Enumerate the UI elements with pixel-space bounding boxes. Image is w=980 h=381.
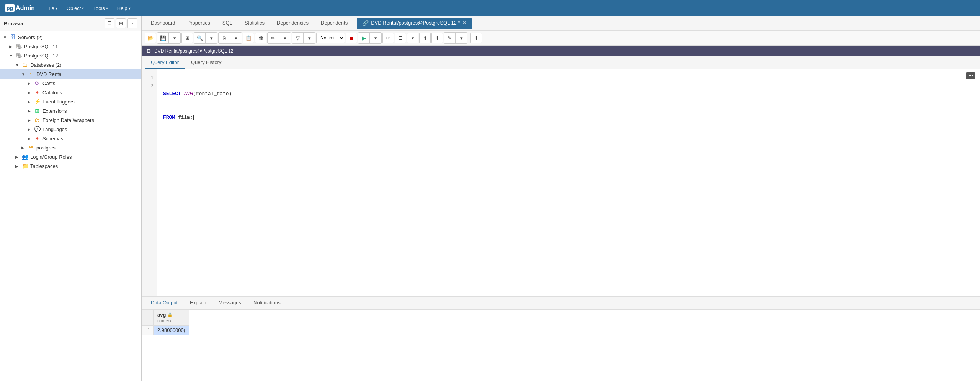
- delete-button[interactable]: 🗑: [255, 33, 266, 43]
- save-button[interactable]: 💾: [157, 33, 169, 43]
- pg11-icon: 🐘: [15, 43, 22, 50]
- tree-item-fdw[interactable]: ▶ 🗂 Foreign Data Wrappers: [0, 115, 141, 125]
- tab-statistics[interactable]: Statistics: [238, 17, 271, 30]
- tree-label-postgres-db: postgres: [36, 145, 56, 151]
- close-query-tab-button[interactable]: ✕: [462, 20, 466, 26]
- list-view-button[interactable]: ☰: [105, 18, 114, 28]
- limit-select[interactable]: No limit 1000 500 100: [316, 33, 345, 43]
- navbar: pg Admin File ▾ Object ▾ Tools ▾ Help ▾: [0, 0, 980, 16]
- tree-label-casts: Casts: [42, 80, 55, 86]
- tree-item-languages[interactable]: ▶ 💬 Languages: [0, 125, 141, 134]
- explain-analyze-button[interactable]: ☰: [395, 33, 406, 43]
- file-menu[interactable]: File ▾: [42, 4, 61, 13]
- expand-arrow-icon: ▼: [3, 35, 9, 39]
- filter-button[interactable]: ⋯: [127, 18, 137, 28]
- row-num-header: [142, 310, 154, 326]
- code-editor[interactable]: SELECT AVG(rental_rate) FROM film;: [157, 69, 980, 296]
- tree-item-catalogs[interactable]: ▶ ✦ Catalogs: [0, 88, 141, 97]
- search-button[interactable]: 🔍: [194, 33, 206, 43]
- tab-query-editor[interactable]: Query Editor: [145, 56, 185, 69]
- server-icon: 🗄: [9, 34, 16, 41]
- tab-query[interactable]: 🔗 DVD Rental/postgres@PostgreSQL 12 * ✕: [357, 18, 471, 29]
- connection-label: DVD Rental/postgres@PostgreSQL 12: [154, 48, 234, 54]
- download-button[interactable]: ⬇: [470, 33, 482, 43]
- avg-value-cell[interactable]: 2.98000000(: [154, 326, 189, 335]
- explain-dropdown-button[interactable]: ▾: [407, 33, 418, 43]
- tools-menu[interactable]: Tools ▾: [89, 4, 111, 13]
- tree-item-casts[interactable]: ▶ ⟳ Casts: [0, 79, 141, 88]
- filter-button-group: ▽ ▾: [292, 32, 315, 44]
- tree-item-tablespaces[interactable]: ▶ 📁 Tablespaces: [0, 161, 141, 171]
- tree-item-extensions[interactable]: ▶ ⊞ Extensions: [0, 106, 141, 115]
- tab-dependencies[interactable]: Dependencies: [271, 17, 315, 30]
- editor-options-button[interactable]: •••: [966, 72, 975, 79]
- tab-dashboard[interactable]: Dashboard: [145, 17, 181, 30]
- explain-button[interactable]: ☞: [382, 33, 394, 43]
- object-menu[interactable]: Object ▾: [63, 4, 88, 13]
- admin-text: Admin: [16, 5, 35, 11]
- tab-dependents[interactable]: Dependents: [315, 17, 354, 30]
- tree-item-servers[interactable]: ▼ 🗄 Servers (2): [0, 33, 141, 42]
- macros-button[interactable]: ✎: [444, 33, 456, 43]
- expand-arrow-icon: ▶: [15, 164, 21, 168]
- tab-properties[interactable]: Properties: [181, 17, 216, 30]
- tree-item-dvd-rental[interactable]: ▼ 🗃 DVD Rental: [0, 69, 141, 79]
- tree-label-catalogs: Catalogs: [42, 90, 62, 95]
- expand-arrow-icon: ▼: [21, 72, 28, 76]
- tab-explain[interactable]: Explain: [184, 297, 212, 309]
- tree-item-schemas[interactable]: ▶ ✦ Schemas: [0, 134, 141, 143]
- expand-arrow-icon: ▶: [15, 155, 21, 159]
- tab-messages[interactable]: Messages: [212, 297, 247, 309]
- sidebar-header: Browser ☰ ⊞ ⋯: [0, 16, 141, 31]
- sidebar: Browser ☰ ⊞ ⋯ ▼ 🗄 Servers (2) ▶ 🐘 Postgr…: [0, 16, 142, 381]
- tree-item-postgres-db[interactable]: ▶ 🗃 postgres: [0, 143, 141, 152]
- tree-label-event-triggers: Event Triggers: [42, 99, 75, 105]
- filter-button[interactable]: ▽: [292, 33, 304, 43]
- rollback-button[interactable]: ⬇: [431, 33, 443, 43]
- paste-button[interactable]: 📋: [243, 33, 254, 43]
- commit-button[interactable]: ⬆: [419, 33, 431, 43]
- tab-notifications[interactable]: Notifications: [247, 297, 287, 309]
- open-file-button[interactable]: 📂: [145, 33, 156, 43]
- run-button[interactable]: ▶: [358, 33, 370, 43]
- connection-icon: ⚙: [146, 48, 151, 54]
- fdw-icon: 🗂: [34, 117, 41, 123]
- tab-data-output[interactable]: Data Output: [145, 297, 184, 309]
- edit-dropdown-button[interactable]: ▾: [279, 33, 291, 43]
- chevron-down-icon: ▾: [82, 6, 84, 10]
- tab-sql[interactable]: SQL: [216, 17, 238, 30]
- row-num-cell: 1: [142, 326, 154, 335]
- tree-item-pg12[interactable]: ▼ 🐘 PostgreSQL 12: [0, 51, 141, 60]
- view-data-button[interactable]: ⊞: [181, 33, 193, 43]
- chevron-down-icon: ▾: [106, 6, 108, 10]
- output-table: avg 🔒 numeric 1 2.98000000(: [142, 310, 980, 381]
- login-icon: 👥: [21, 153, 28, 160]
- copy-button[interactable]: ⎘: [219, 33, 230, 43]
- expand-arrow-icon: ▶: [28, 100, 34, 104]
- search-dropdown-button[interactable]: ▾: [206, 33, 217, 43]
- schemas-icon: ✦: [34, 135, 41, 142]
- copy-dropdown-button[interactable]: ▾: [230, 33, 242, 43]
- grid-view-button[interactable]: ⊞: [116, 18, 126, 28]
- lock-icon: 🔒: [167, 312, 173, 317]
- expand-arrow-icon: ▶: [9, 44, 15, 49]
- languages-icon: 💬: [34, 126, 41, 133]
- expand-arrow-icon: ▶: [28, 118, 34, 122]
- tree-item-login-roles[interactable]: ▶ 👥 Login/Group Roles: [0, 152, 141, 161]
- filter-dropdown-button[interactable]: ▾: [304, 33, 315, 43]
- run-dropdown-button[interactable]: ▾: [370, 33, 381, 43]
- right-panel: Dashboard Properties SQL Statistics Depe…: [142, 16, 980, 381]
- save-dropdown-button[interactable]: ▾: [169, 33, 180, 43]
- postgres-db-icon: 🗃: [28, 144, 34, 151]
- expand-arrow-icon: ▶: [28, 90, 34, 95]
- stop-button[interactable]: ◼: [346, 33, 357, 43]
- tree-item-event-triggers[interactable]: ▶ ⚡ Event Triggers: [0, 97, 141, 106]
- macros-dropdown-button[interactable]: ▾: [456, 33, 467, 43]
- tab-query-history[interactable]: Query History: [185, 56, 227, 69]
- tree-item-databases[interactable]: ▼ 🗂 Databases (2): [0, 60, 141, 69]
- help-menu[interactable]: Help ▾: [113, 4, 134, 13]
- edit-button[interactable]: ✏: [268, 33, 279, 43]
- tree-label-schemas: Schemas: [42, 136, 63, 141]
- output-panel: Data Output Explain Messages Notificatio…: [142, 296, 980, 381]
- tree-item-pg11[interactable]: ▶ 🐘 PostgreSQL 11: [0, 42, 141, 51]
